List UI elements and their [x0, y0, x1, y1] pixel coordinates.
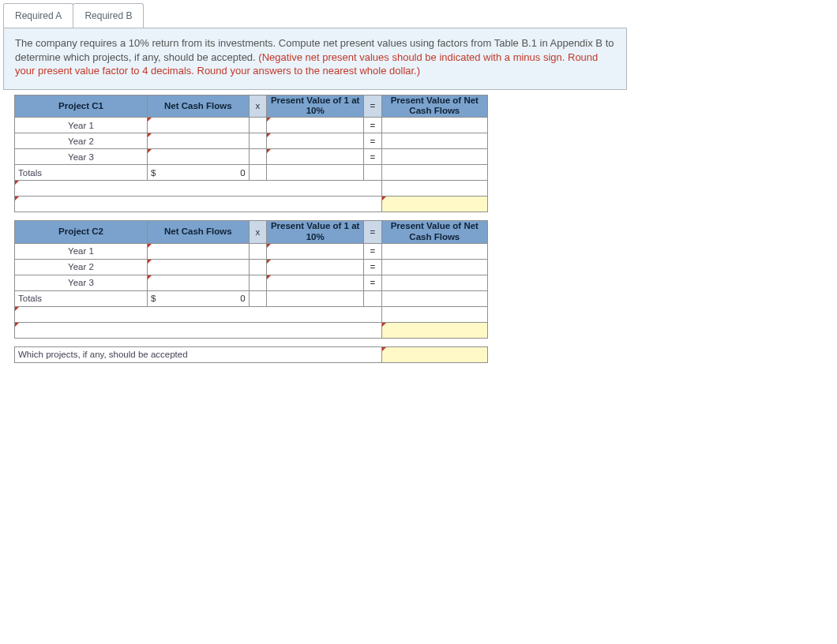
- c2-totals-x: [249, 290, 266, 306]
- c1-totals-eq: [364, 165, 381, 181]
- tabs-bar: Required A Required B: [3, 3, 837, 28]
- c2-extra-row1-left[interactable]: [15, 306, 382, 322]
- c2-extra-row2-left[interactable]: [15, 322, 382, 338]
- c1-extra-row1-right: [381, 181, 487, 197]
- c1-extra-row2-right[interactable]: [381, 197, 487, 212]
- hdr-netcash-c2: Net Cash Flows: [147, 221, 249, 244]
- c2-year2-pvnet: [381, 259, 487, 275]
- hdr-pvnet-c2: Present Value of Net Cash Flows: [381, 221, 487, 244]
- c1-year3-eq: =: [364, 149, 381, 165]
- instruction-box: The company requires a 10% return from i…: [3, 28, 627, 90]
- c1-year1-x: [249, 118, 266, 133]
- hdr-pvfactor-c2: Present Value of 1 at 10%: [267, 221, 364, 244]
- c2-year3-netcash[interactable]: [147, 275, 249, 290]
- c2-totals-pvnet: [381, 290, 487, 306]
- tab-required-a[interactable]: Required A: [3, 3, 73, 28]
- final-question-label: Which projects, if any, should be accept…: [15, 346, 382, 362]
- c1-year3-pvnet: [381, 149, 487, 165]
- hdr-x-c2: x: [249, 221, 266, 244]
- c2-extra-row2-right[interactable]: [381, 322, 487, 338]
- c1-totals-pvnet: [381, 165, 487, 181]
- c1-year2-eq: =: [364, 133, 381, 149]
- c1-year1-netcash[interactable]: [147, 118, 249, 133]
- c2-year2-netcash[interactable]: [147, 259, 249, 275]
- c1-row-year2-label: Year 2: [15, 133, 148, 149]
- c1-totals-netcash: $ 0: [147, 165, 249, 181]
- c1-totals-x: [249, 165, 266, 181]
- c1-year2-netcash[interactable]: [147, 133, 249, 149]
- hdr-project-c1: Project C1: [15, 95, 148, 118]
- c2-year3-x: [249, 275, 266, 290]
- c1-row-year3-label: Year 3: [15, 149, 148, 165]
- c2-totals-label: Totals: [15, 290, 148, 306]
- c1-row-year1-label: Year 1: [15, 118, 148, 133]
- c1-totals-label: Totals: [15, 165, 148, 181]
- c1-totals-pvfactor: [267, 165, 364, 181]
- c1-extra-row1-left[interactable]: [15, 181, 382, 197]
- table-final-question: Which projects, if any, should be accept…: [14, 346, 488, 363]
- table-project-c2: Project C2 Net Cash Flows x Present Valu…: [14, 220, 488, 339]
- final-question-answer[interactable]: [381, 346, 487, 362]
- hdr-project-c2: Project C2: [15, 221, 148, 244]
- hdr-pvnet-c1: Present Value of Net Cash Flows: [381, 95, 487, 118]
- c1-totals-sym: $: [151, 168, 156, 178]
- c1-year3-pvfactor[interactable]: [267, 149, 364, 165]
- c1-year1-pvnet: [381, 118, 487, 133]
- c2-totals-sym: $: [151, 294, 156, 303]
- c2-year1-eq: =: [364, 243, 381, 259]
- hdr-pvfactor-c1: Present Value of 1 at 10%: [267, 95, 364, 118]
- c1-year3-netcash[interactable]: [147, 149, 249, 165]
- c2-row-year2-label: Year 2: [15, 259, 148, 275]
- hdr-netcash-c1: Net Cash Flows: [147, 95, 249, 118]
- hdr-eq-c1: =: [364, 95, 381, 118]
- c2-totals-val: 0: [240, 294, 245, 303]
- c2-extra-row1-right: [381, 306, 487, 322]
- hdr-eq-c2: =: [364, 221, 381, 244]
- c1-extra-row2-left[interactable]: [15, 197, 382, 212]
- tab-required-b[interactable]: Required B: [73, 3, 144, 28]
- c1-year2-pvfactor[interactable]: [267, 133, 364, 149]
- c2-totals-netcash: $ 0: [147, 290, 249, 306]
- c1-year3-x: [249, 149, 266, 165]
- c2-year3-pvfactor[interactable]: [267, 275, 364, 290]
- c2-year3-pvnet: [381, 275, 487, 290]
- c2-year1-x: [249, 243, 266, 259]
- c2-row-year1-label: Year 1: [15, 243, 148, 259]
- c2-year1-pvnet: [381, 243, 487, 259]
- c2-year2-x: [249, 259, 266, 275]
- c2-year3-eq: =: [364, 275, 381, 290]
- c1-year1-pvfactor[interactable]: [267, 118, 364, 133]
- c2-year1-pvfactor[interactable]: [267, 243, 364, 259]
- c1-totals-val: 0: [240, 168, 245, 178]
- c2-year1-netcash[interactable]: [147, 243, 249, 259]
- c2-year2-eq: =: [364, 259, 381, 275]
- hdr-x-c1: x: [249, 95, 266, 118]
- table-project-c1: Project C1 Net Cash Flows x Present Valu…: [14, 95, 488, 213]
- c2-year2-pvfactor[interactable]: [267, 259, 364, 275]
- c1-year1-eq: =: [364, 118, 381, 133]
- c1-year2-x: [249, 133, 266, 149]
- c1-year2-pvnet: [381, 133, 487, 149]
- c2-totals-eq: [364, 290, 381, 306]
- c2-totals-pvfactor: [267, 290, 364, 306]
- c2-row-year3-label: Year 3: [15, 275, 148, 290]
